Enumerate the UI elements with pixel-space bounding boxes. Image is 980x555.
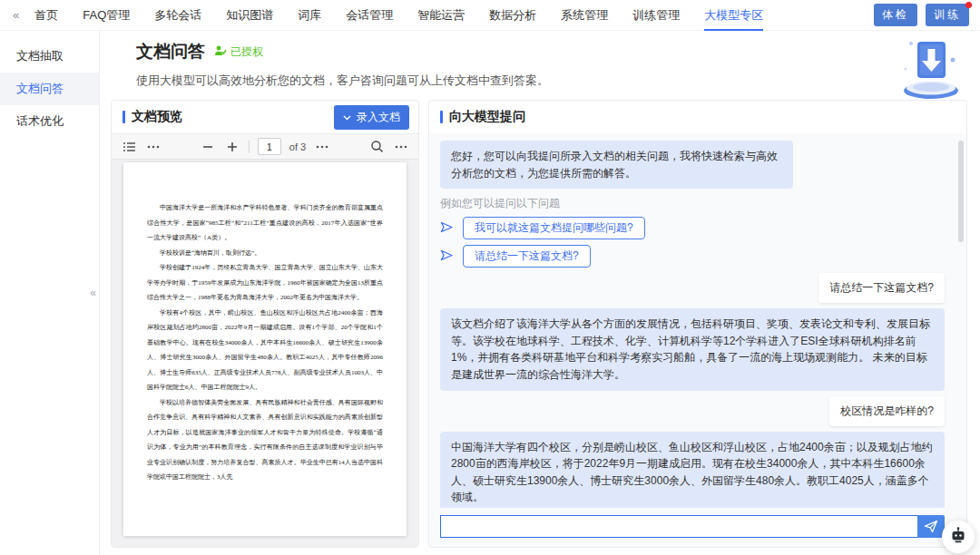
upload-document-button[interactable]: 录入文档 xyxy=(334,105,409,130)
content-panels: 文档预览 录入文档 xyxy=(111,100,967,548)
pdf-toolbar: of 3 xyxy=(112,133,418,160)
pdf-page: 中国海洋大学是一所海洋和水产学科特色显著、学科门类齐全的教育部直属重点综合性大学… xyxy=(123,162,407,536)
nav-item-lexicon[interactable]: 词库 xyxy=(298,0,321,31)
nav-item-home[interactable]: 首页 xyxy=(34,0,58,31)
chat-input[interactable] xyxy=(440,515,917,538)
nav-item-multi-turn-dialogue[interactable]: 多轮会话 xyxy=(154,0,201,31)
sidebar: 文档抽取 文档问答 话术优化 « xyxy=(0,31,100,555)
chat-message-list: 您好，您可以向我提问所录入文档的相关问题，我将快速检索与高效分析您的文档，为您提… xyxy=(440,141,956,508)
collapse-left-icon[interactable]: « xyxy=(13,8,19,22)
accent-bar xyxy=(440,111,443,123)
chat-body: 您好，您可以向我提问所录入文档的相关问题，我将快速检索与高效分析您的文档，为您提… xyxy=(429,133,966,547)
suggestion-button-2[interactable]: 请总结一下这篇文档? xyxy=(463,245,591,268)
upload-document-illustration xyxy=(893,34,969,105)
document-paragraph: 学校校训是“海纳百川，取则行远”。 xyxy=(147,246,383,261)
send-button[interactable] xyxy=(917,515,945,538)
suggestion-button-1[interactable]: 我可以就这篇文档提问哪些问题? xyxy=(463,217,645,239)
user-message: 请总结一下这篇文档? xyxy=(818,273,945,303)
ai-message: 中国海洋大学有四个校区，分别是崂山校区、鱼山校区和浮山校区，占地2400余亩；以… xyxy=(440,432,945,508)
llm-chat-title: 向大模型提问 xyxy=(449,109,525,125)
health-check-button[interactable]: 体检 xyxy=(874,4,917,26)
zoom-in-icon[interactable] xyxy=(224,139,240,155)
training-button[interactable]: 训练 xyxy=(926,4,969,26)
page-total-label: of 3 xyxy=(289,141,306,152)
sidebar-item-doc-extraction[interactable]: 文档抽取 xyxy=(0,40,99,73)
document-preview-header: 文档预览 录入文档 xyxy=(112,101,418,133)
sidebar-item-script-optimization[interactable]: 话术优化 xyxy=(0,105,99,138)
nav-item-session-management[interactable]: 会话管理 xyxy=(346,0,393,31)
ai-message: 该文档介绍了该海洋大学从各个方面的发展情况，包括科研项目、奖项、发表论文和专利、… xyxy=(440,308,945,390)
sidebar-collapse-icon[interactable]: « xyxy=(90,287,96,299)
nav-item-knowledge-graph[interactable]: 知识图谱 xyxy=(226,0,273,31)
document-paragraph: 学校有4个校区，其中，崂山校区、鱼山校区和浮山校区共占地2400余亩；西海岸校区… xyxy=(147,306,383,395)
search-icon[interactable] xyxy=(368,139,385,155)
top-navigation: « 首页 FAQ管理 多轮会话 知识图谱 词库 会话管理 智能运营 数据分析 系… xyxy=(0,0,980,31)
notification-dot xyxy=(965,2,972,8)
page-options-icon[interactable] xyxy=(314,139,330,155)
nav-item-llm-zone[interactable]: 大模型专区 xyxy=(704,0,763,31)
llm-chat-header: 向大模型提问 xyxy=(429,101,966,133)
document-preview-panel: 文档预览 录入文档 xyxy=(111,100,419,548)
page-title: 文档问答 xyxy=(136,40,205,63)
nav-actions: 体检 训练 xyxy=(874,4,969,26)
page-number-input[interactable] xyxy=(258,138,281,155)
send-suggestion-icon[interactable] xyxy=(440,248,454,265)
suggestion-row: 请总结一下这篇文档? xyxy=(440,245,945,268)
document-paragraph: 学校创建于1924年，历经私立青岛大学、国立青岛大学、国立山东大学、山东大学等办… xyxy=(147,260,383,306)
main-content: 文档问答 已授权 使用大模型可以高效地分析您的文档，客户咨询问题可从上传文档中查… xyxy=(100,31,980,555)
send-suggestion-icon[interactable] xyxy=(440,220,454,237)
authorized-badge: 已授权 xyxy=(214,44,263,60)
sidebar-item-doc-qa[interactable]: 文档问答 xyxy=(0,73,99,105)
nav-item-training-management[interactable]: 训练管理 xyxy=(632,0,680,31)
accent-bar xyxy=(122,111,125,123)
chevron-down-icon xyxy=(343,111,351,123)
pdf-document-area[interactable]: 中国海洋大学是一所海洋和水产学科特色显著、学科门类齐全的教育部直属重点综合性大学… xyxy=(112,160,418,547)
ai-greeting-message: 您好，您可以向我提问所录入文档的相关问题，我将快速检索与高效分析您的文档，为您提… xyxy=(440,141,793,189)
document-preview-title: 文档预览 xyxy=(132,109,182,125)
suggestion-hint: 例如您可以提问以下问题 xyxy=(440,196,945,211)
authorized-badge-label: 已授权 xyxy=(230,44,263,60)
document-paragraph: 中国海洋大学是一所海洋和水产学科特色显著、学科门类齐全的教育部直属重点综合性大学… xyxy=(147,200,383,246)
zoom-out-icon[interactable] xyxy=(200,139,216,155)
toolbar-more-icon[interactable] xyxy=(393,139,409,155)
nav-item-intelligent-operations[interactable]: 智能运营 xyxy=(417,0,465,31)
suggestion-row: 我可以就这篇文档提问哪些问题? xyxy=(440,217,945,239)
toolbar-separator xyxy=(249,141,250,153)
more-options-icon[interactable] xyxy=(145,139,162,155)
page-header: 文档问答 已授权 xyxy=(111,40,967,63)
nav-item-system-management[interactable]: 系统管理 xyxy=(561,0,608,31)
thumbnails-outline-icon[interactable] xyxy=(121,139,137,155)
nav-item-data-analysis[interactable]: 数据分析 xyxy=(489,0,536,31)
main-layout: 文档抽取 文档问答 话术优化 « 文档问答 已授权 使用大模型可以高效地分析您的… xyxy=(0,31,980,555)
page-description: 使用大模型可以高效地分析您的文档，客户咨询问题可从上传文档中查到答案。 xyxy=(136,73,967,89)
person-check-icon xyxy=(214,44,227,60)
user-message: 校区情况是咋样的? xyxy=(829,396,945,426)
upload-document-button-label: 录入文档 xyxy=(357,110,400,125)
chat-scrollbar-thumb[interactable] xyxy=(958,141,964,242)
robot-icon xyxy=(949,526,967,548)
robot-assistant-button[interactable] xyxy=(942,521,975,553)
nav-item-faq-management[interactable]: FAQ管理 xyxy=(83,0,130,31)
llm-chat-panel: 向大模型提问 您好，您可以向我提问所录入文档的相关问题，我将快速检索与高效分析您… xyxy=(428,100,967,548)
document-paragraph: 学校以培养德智体美劳全面发展、具有民族精神和社会责任感、具有国际视野和合作竞争意… xyxy=(147,395,383,485)
chat-input-row xyxy=(440,515,945,538)
